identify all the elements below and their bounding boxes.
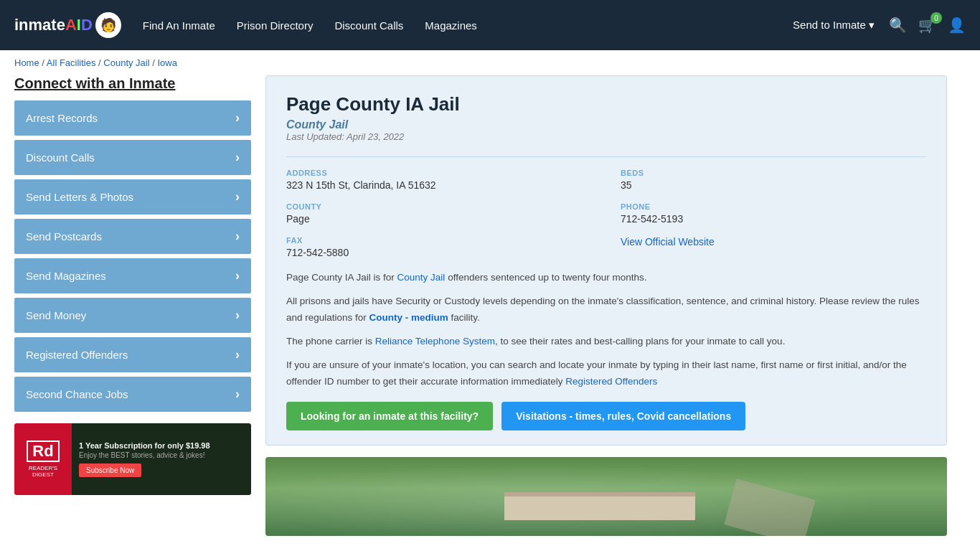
chevron-right-icon: ›	[235, 347, 240, 362]
breadcrumb: Home / All Facilities / County Jail / Io…	[0, 50, 980, 75]
building-shape	[504, 492, 695, 520]
county-value: Page	[286, 213, 592, 225]
reliance-telephone-link[interactable]: Reliance Telephone System	[375, 336, 495, 347]
chevron-right-icon: ›	[235, 268, 240, 283]
facility-description: Page County IA Jail is for County Jail o…	[286, 270, 926, 390]
logo-text: inmateAID	[14, 16, 93, 34]
breadcrumb-home[interactable]: Home	[14, 57, 39, 68]
facility-name: Page County IA Jail	[286, 93, 926, 116]
nav-icons: 🔍 🛒 0 👤	[889, 17, 966, 34]
sidebar-item-send-money[interactable]: Send Money ›	[14, 298, 251, 333]
chevron-right-icon: ›	[235, 150, 240, 165]
ad-content: 1 Year Subscription for only $19.98 Enjo…	[72, 423, 251, 495]
cart-icon[interactable]: 🛒 0	[918, 17, 936, 34]
ad-subtitle: Enjoy the BEST stories, advice & jokes!	[79, 451, 244, 459]
send-to-inmate-button[interactable]: Send to Inmate ▾	[793, 19, 875, 32]
facility-last-updated: Last Updated: April 23, 2022	[286, 131, 926, 142]
action-buttons: Looking for an inmate at this facility? …	[286, 402, 926, 430]
address-label: ADDRESS	[286, 169, 592, 177]
fax-block: FAX 712-542-5880	[286, 236, 592, 258]
visitations-button[interactable]: Visitations - times, rules, Covid cancel…	[501, 402, 745, 430]
sidebar-item-discount-calls[interactable]: Discount Calls ›	[14, 140, 251, 175]
facility-aerial-image	[265, 457, 947, 536]
desc-paragraph-4: If you are unsure of your inmate's locat…	[286, 357, 926, 390]
nav-prison-directory[interactable]: Prison Directory	[237, 19, 314, 32]
nav-discount-calls[interactable]: Discount Calls	[334, 19, 403, 32]
user-icon[interactable]: 👤	[948, 17, 966, 34]
sidebar-item-send-postcards[interactable]: Send Postcards ›	[14, 219, 251, 254]
chevron-right-icon: ›	[235, 229, 240, 244]
breadcrumb-all-facilities[interactable]: All Facilities	[47, 57, 96, 68]
address-value: 323 N 15th St, Clarinda, IA 51632	[286, 179, 592, 191]
phone-block: PHONE 712-542-5193	[621, 202, 926, 225]
beds-value: 35	[621, 179, 926, 191]
sidebar-advertisement: Rd READER'S DIGEST 1 Year Subscription f…	[14, 423, 251, 495]
desc-paragraph-2: All prisons and jails have Security or C…	[286, 293, 926, 326]
desc-paragraph-3: The phone carrier is Reliance Telephone …	[286, 334, 926, 350]
registered-offenders-link[interactable]: Registered Offenders	[565, 376, 657, 387]
cart-badge: 0	[930, 12, 942, 24]
sidebar-item-send-magazines[interactable]: Send Magazines ›	[14, 258, 251, 293]
facility-details: ADDRESS 323 N 15th St, Clarinda, IA 5163…	[286, 156, 926, 258]
sidebar-item-registered-offenders[interactable]: Registered Offenders ›	[14, 337, 251, 372]
sidebar-item-send-letters[interactable]: Send Letters & Photos ›	[14, 179, 251, 215]
fax-value: 712-542-5880	[286, 247, 592, 258]
phone-label: PHONE	[621, 202, 926, 211]
official-website-link[interactable]: View Official Website	[621, 236, 715, 248]
county-medium-link[interactable]: County - medium	[369, 312, 448, 323]
beds-block: BEDS 35	[621, 169, 926, 191]
logo[interactable]: inmateAID 🧑	[14, 12, 121, 38]
logo-icon: 🧑	[95, 12, 121, 38]
chevron-right-icon: ›	[235, 308, 240, 323]
ad-subscribe-button[interactable]: Subscribe Now	[79, 463, 141, 477]
sidebar: Connect with an Inmate Arrest Records › …	[14, 75, 251, 536]
chevron-right-icon: ›	[235, 110, 240, 126]
readers-digest-logo: Rd	[27, 441, 59, 462]
looking-for-inmate-button[interactable]: Looking for an inmate at this facility?	[286, 402, 493, 430]
nav-links: Find An Inmate Prison Directory Discount…	[143, 19, 793, 32]
breadcrumb-county-jail[interactable]: County Jail	[103, 57, 149, 68]
sidebar-item-second-chance-jobs[interactable]: Second Chance Jobs ›	[14, 377, 251, 412]
desc-paragraph-1: Page County IA Jail is for County Jail o…	[286, 270, 926, 286]
nav-find-inmate[interactable]: Find An Inmate	[143, 19, 215, 32]
ad-title: 1 Year Subscription for only $19.98	[79, 441, 244, 450]
nav-magazines[interactable]: Magazines	[425, 19, 477, 32]
ad-logo-section: Rd READER'S DIGEST	[14, 423, 72, 495]
website-block: View Official Website	[621, 236, 926, 258]
facility-card: Page County IA Jail County Jail Last Upd…	[265, 75, 947, 446]
search-icon[interactable]: 🔍	[889, 17, 907, 34]
sidebar-item-arrest-records[interactable]: Arrest Records ›	[14, 100, 251, 136]
fax-label: FAX	[286, 236, 592, 245]
county-jail-link-1[interactable]: County Jail	[397, 272, 446, 283]
county-label: COUNTY	[286, 202, 592, 211]
chevron-right-icon: ›	[235, 387, 240, 402]
breadcrumb-state[interactable]: Iowa	[157, 57, 176, 68]
navbar: inmateAID 🧑 Find An Inmate Prison Direct…	[0, 0, 980, 50]
sidebar-title: Connect with an Inmate	[14, 75, 251, 92]
main-content: Page County IA Jail County Jail Last Upd…	[265, 75, 947, 536]
chevron-right-icon: ›	[235, 189, 240, 204]
facility-type: County Jail	[286, 118, 926, 131]
ad-logo-sub: READER'S DIGEST	[20, 465, 66, 478]
beds-label: BEDS	[621, 169, 926, 177]
main-layout: Connect with an Inmate Arrest Records › …	[0, 75, 961, 550]
phone-value: 712-542-5193	[621, 213, 926, 225]
address-block: ADDRESS 323 N 15th St, Clarinda, IA 5163…	[286, 169, 592, 191]
county-block: COUNTY Page	[286, 202, 592, 225]
